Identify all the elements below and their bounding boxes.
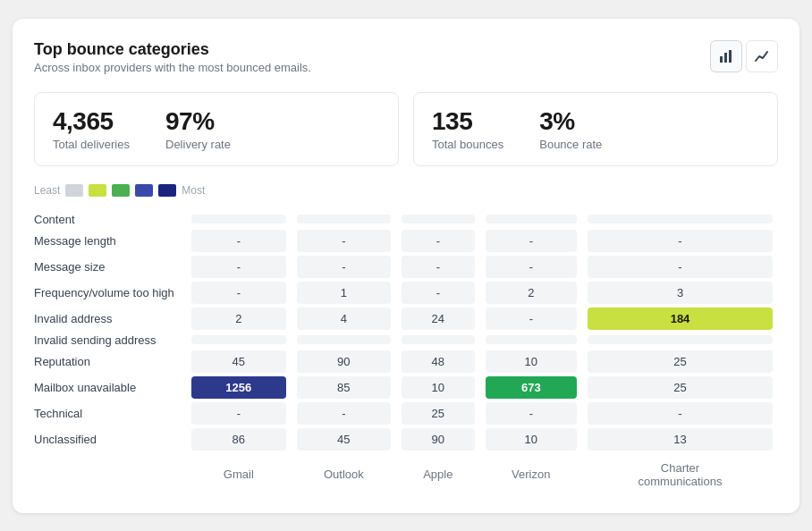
data-cell: 2 <box>480 280 582 306</box>
svg-rect-1 <box>724 53 727 63</box>
data-cell: 86 <box>186 426 292 452</box>
data-cell <box>396 332 480 349</box>
data-cell: - <box>396 280 480 306</box>
data-cell: 48 <box>396 349 480 375</box>
data-cell: - <box>292 228 396 254</box>
data-cell: - <box>480 306 582 332</box>
data-cell: - <box>186 228 292 254</box>
column-header: Outlook <box>292 452 396 492</box>
legend-least-label: Least <box>34 184 60 197</box>
row-label: Message length <box>34 228 186 254</box>
svg-rect-0 <box>720 56 723 63</box>
row-label: Message size <box>34 254 186 280</box>
row-label: Unclassified <box>34 426 186 452</box>
data-cell: 10 <box>396 375 480 400</box>
table-row: Reputation4590481025 <box>34 349 778 375</box>
delivery-rate-value: 97% <box>165 107 231 136</box>
data-cell: - <box>582 400 778 426</box>
chart-toggle-group <box>710 40 778 72</box>
data-cell: 25 <box>582 349 778 375</box>
data-cell: 4 <box>292 306 396 332</box>
line-chart-icon <box>755 49 769 63</box>
bounce-rate-item: 3% Bounce rate <box>539 107 602 151</box>
legend-swatch-4 <box>135 184 153 197</box>
data-cell: 1256 <box>186 375 292 400</box>
data-cell: - <box>582 228 778 254</box>
row-label: Invalid address <box>34 306 186 332</box>
data-cell: 10 <box>480 426 582 452</box>
data-cell <box>186 211 292 228</box>
column-header: Apple <box>396 452 480 492</box>
header-text: Top bounce categories Across inbox provi… <box>34 40 311 74</box>
data-cell <box>480 332 582 349</box>
data-cell <box>396 211 480 228</box>
table-row: Message size----- <box>34 254 778 280</box>
total-bounces-value: 135 <box>432 107 503 136</box>
data-cell <box>582 332 778 349</box>
bar-chart-icon <box>719 49 733 63</box>
data-cell: 24 <box>396 306 480 332</box>
data-cell: - <box>186 254 292 280</box>
data-cell <box>292 211 396 228</box>
card-subtitle: Across inbox providers with the most bou… <box>34 61 311 74</box>
total-bounces-label: Total bounces <box>432 138 503 151</box>
table-row: Unclassified8645901013 <box>34 426 778 452</box>
total-deliveries-label: Total deliveries <box>53 138 130 151</box>
data-cell: 25 <box>582 375 778 400</box>
bar-chart-toggle[interactable] <box>710 40 742 72</box>
bounce-rate-label: Bounce rate <box>539 138 602 151</box>
bounce-stat-card: 135 Total bounces 3% Bounce rate <box>413 92 778 166</box>
table-row: Frequency/volume too high-1-23 <box>34 280 778 306</box>
delivery-rate-item: 97% Delivery rate <box>165 107 231 151</box>
line-chart-toggle[interactable] <box>746 40 778 72</box>
stats-row: 4,365 Total deliveries 97% Delivery rate… <box>34 92 778 166</box>
data-cell: 10 <box>480 349 582 375</box>
data-cell <box>582 211 778 228</box>
legend-most-label: Most <box>182 184 205 197</box>
card-title: Top bounce categories <box>34 40 311 59</box>
total-deliveries-value: 4,365 <box>53 107 130 136</box>
table-row: Mailbox unavailable1256851067325 <box>34 375 778 400</box>
data-cell: - <box>396 228 480 254</box>
data-cell: 45 <box>292 426 396 452</box>
data-cell: - <box>480 400 582 426</box>
data-cell: - <box>480 228 582 254</box>
row-label: Content <box>34 211 186 228</box>
data-cell: 13 <box>582 426 778 452</box>
table-row: Invalid address2424-184 <box>34 306 778 332</box>
main-card: Top bounce categories Across inbox provi… <box>13 19 799 513</box>
data-cell: 85 <box>292 375 396 400</box>
heatmap-legend: Least Most <box>34 184 778 197</box>
data-cell: 184 <box>582 306 778 332</box>
data-cell: 3 <box>582 280 778 306</box>
data-cell <box>480 211 582 228</box>
delivery-stat-card: 4,365 Total deliveries 97% Delivery rate <box>34 92 399 166</box>
row-label: Reputation <box>34 349 186 375</box>
table-row: Message length----- <box>34 228 778 254</box>
data-cell: - <box>582 254 778 280</box>
total-bounces-item: 135 Total bounces <box>432 107 503 151</box>
row-label: Mailbox unavailable <box>34 375 186 400</box>
data-cell: - <box>292 254 396 280</box>
data-cell: 673 <box>480 375 582 400</box>
legend-swatch-3 <box>112 184 130 197</box>
table-row: Technical--25-- <box>34 400 778 426</box>
data-cell: - <box>292 400 396 426</box>
card-header: Top bounce categories Across inbox provi… <box>34 40 778 74</box>
data-cell: 1 <box>292 280 396 306</box>
data-cell <box>186 332 292 349</box>
column-header: Verizon <box>480 452 582 492</box>
data-cell: - <box>186 280 292 306</box>
delivery-rate-label: Delivery rate <box>165 138 231 151</box>
data-cell: 90 <box>396 426 480 452</box>
data-cell: - <box>186 400 292 426</box>
data-cell <box>292 332 396 349</box>
total-deliveries-item: 4,365 Total deliveries <box>53 107 130 151</box>
row-label: Frequency/volume too high <box>34 280 186 306</box>
column-header: Gmail <box>186 452 292 492</box>
data-table: ContentMessage length-----Message size--… <box>34 211 778 492</box>
row-label: Invalid sending address <box>34 332 186 349</box>
legend-swatch-1 <box>65 184 83 197</box>
row-label: Technical <box>34 400 186 426</box>
data-cell: - <box>396 254 480 280</box>
